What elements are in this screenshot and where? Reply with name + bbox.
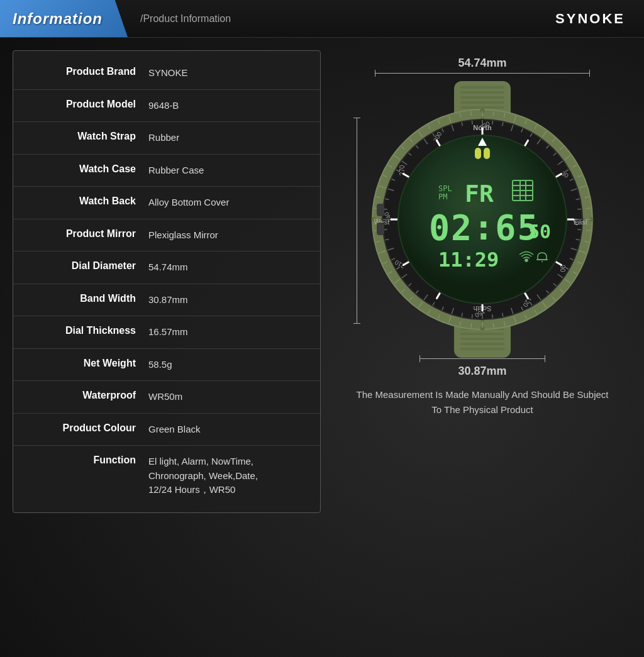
svg-rect-17 — [460, 348, 504, 350]
spec-value: Alloy Bottom Cover — [148, 196, 229, 210]
specs-panel: Product BrandSYNOKEProduct Model9648-BWa… — [13, 50, 321, 513]
spec-value: 16.57mm — [148, 325, 188, 340]
spec-label: Product Colour — [26, 422, 148, 434]
header: Information /Product Information SYNOKE — [0, 0, 644, 38]
spec-label: Waterproof — [26, 390, 148, 401]
height-measurement: 30.87mm — [419, 365, 545, 378]
spec-value: Rubber — [148, 131, 179, 145]
svg-text:SPL: SPL — [438, 184, 452, 193]
svg-line-44 — [586, 230, 591, 231]
svg-line-119 — [577, 209, 581, 209]
spec-value: WR50m — [148, 390, 182, 404]
spec-value: 58.5g — [148, 358, 172, 372]
spec-value: 9648-B — [148, 99, 179, 113]
svg-line-121 — [577, 229, 581, 230]
spec-row: Product MirrorPlexiglass Mirror — [13, 219, 320, 252]
spec-label: Watch Back — [26, 196, 148, 207]
spec-label: Dial Thickness — [26, 325, 148, 336]
spec-label: Watch Strap — [26, 131, 148, 142]
spec-value: Rubber Case — [148, 163, 204, 178]
svg-rect-2 — [460, 91, 504, 94]
svg-line-164 — [472, 121, 472, 124]
spec-row: Band Width30.87mm — [13, 284, 320, 317]
spec-value: Plexiglass Mirror — [148, 228, 218, 243]
svg-line-59 — [471, 323, 472, 328]
title-badge: Information — [0, 0, 128, 37]
spec-row: Watch BackAlloy Bottom Cover — [13, 187, 320, 219]
spec-label: Band Width — [26, 293, 148, 304]
svg-text:30: 30 — [363, 81, 367, 82]
svg-rect-3 — [460, 96, 504, 99]
svg-rect-15 — [460, 338, 504, 340]
page-title: Information — [13, 10, 103, 28]
page-subtitle: /Product Information — [140, 13, 231, 25]
watch-svg: North East South West 30 30 60 90 120 15… — [363, 81, 602, 358]
spec-row: Dial Thickness16.57mm — [13, 316, 320, 349]
spec-value: Green Black — [148, 422, 201, 437]
brand-logo: SYNOKE — [555, 11, 625, 27]
svg-text:02:65: 02:65 — [429, 207, 540, 248]
svg-rect-183 — [377, 223, 384, 235]
spec-value: SYNOKE — [148, 66, 188, 80]
svg-rect-1 — [460, 86, 504, 89]
svg-rect-4 — [460, 101, 504, 104]
svg-rect-5 — [460, 106, 504, 109]
spec-row: Product ColourGreen Black — [13, 414, 320, 446]
spec-row: Product Model9648-B — [13, 90, 320, 123]
svg-text:PM: PM — [438, 192, 447, 201]
spec-row: Dial Diameter54.74mm — [13, 251, 320, 284]
svg-text:11:29: 11:29 — [438, 248, 499, 272]
svg-line-87 — [471, 111, 472, 116]
svg-line-106 — [492, 121, 493, 124]
spec-label: Product Brand — [26, 66, 148, 77]
svg-point-196 — [525, 259, 528, 262]
spec-row: WaterproofWR50m — [13, 381, 320, 414]
svg-text:FR: FR — [465, 180, 494, 207]
spec-row: Product BrandSYNOKE — [13, 57, 320, 90]
svg-line-29 — [493, 111, 494, 116]
spec-row: Watch StrapRubber — [13, 122, 320, 155]
spec-row: Watch CaseRubber Case — [13, 155, 320, 187]
spec-label: Product Model — [26, 99, 148, 110]
svg-rect-181 — [484, 148, 490, 159]
svg-rect-16 — [460, 343, 504, 345]
spec-label: Watch Case — [26, 163, 148, 175]
svg-line-136 — [472, 314, 472, 318]
svg-rect-180 — [475, 148, 481, 159]
watch-panel: 54.74mm — [333, 50, 631, 644]
spec-label: Function — [26, 455, 148, 466]
spec-row: FunctionEl light, Alarm, NowTime, Chrono… — [13, 446, 320, 506]
svg-rect-14 — [460, 333, 504, 335]
main-content: Product BrandSYNOKEProduct Model9648-BWa… — [0, 38, 644, 657]
svg-text:90: 90 — [559, 265, 566, 272]
measurement-note: The Measurement Is Made Manually And Sho… — [350, 387, 614, 417]
svg-line-134 — [492, 314, 493, 318]
svg-text:50: 50 — [528, 221, 551, 243]
spec-label: Product Mirror — [26, 228, 148, 240]
spec-value: El light, Alarm, NowTime, Chronograph, W… — [148, 455, 258, 497]
svg-line-57 — [493, 323, 494, 328]
spec-label: Net Weight — [26, 358, 148, 369]
svg-line-42 — [586, 208, 591, 209]
watch-image-container: North East South West 30 30 60 90 120 15… — [363, 81, 602, 360]
spec-label: Dial Diameter — [26, 260, 148, 272]
svg-rect-182 — [377, 204, 384, 216]
spec-value: 30.87mm — [148, 293, 188, 307]
spec-value: 54.74mm — [148, 260, 188, 275]
spec-row: Net Weight58.5g — [13, 349, 320, 382]
width-measurement: 54.74mm — [363, 57, 602, 70]
